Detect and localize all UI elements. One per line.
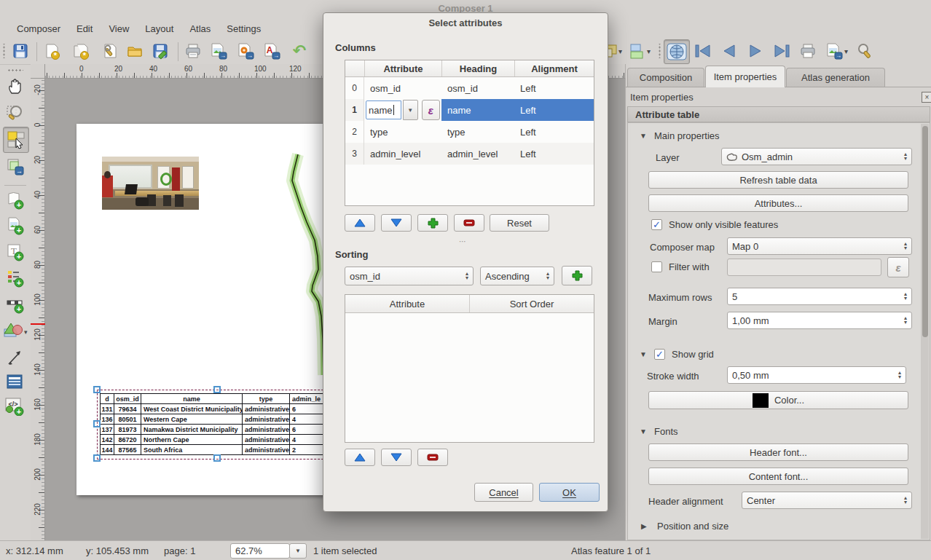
save-as-template-button[interactable] bbox=[149, 40, 171, 62]
atlas-toolbar-grip[interactable] bbox=[658, 44, 661, 58]
add-new-map-button[interactable]: + bbox=[4, 189, 26, 211]
sort-add-button[interactable] bbox=[562, 266, 592, 285]
new-composition-button[interactable]: * bbox=[41, 40, 63, 62]
atlas-previous-feature-button[interactable] bbox=[718, 40, 740, 62]
sort-order-combobox[interactable]: Ascending ▴▾ bbox=[480, 267, 554, 285]
print-atlas-button[interactable] bbox=[797, 40, 819, 62]
menu-atlas[interactable]: Atlas bbox=[181, 23, 219, 34]
selection-handle[interactable] bbox=[93, 386, 101, 393]
composer-map-combobox[interactable]: Map 0 ▴▾ bbox=[727, 237, 912, 255]
export-svg-button[interactable]: → bbox=[235, 40, 256, 62]
export-pdf-button[interactable]: A → bbox=[261, 40, 283, 62]
menu-edit[interactable]: Edit bbox=[68, 23, 101, 34]
composer-manager-button[interactable] bbox=[99, 40, 121, 62]
column-move-up-button[interactable] bbox=[345, 214, 375, 232]
fonts-expander[interactable]: ▼ bbox=[640, 427, 647, 435]
attribute-cell-editor[interactable]: name▼ε bbox=[364, 99, 441, 121]
attribute-edit-input[interactable]: name bbox=[366, 100, 401, 119]
add-label-button[interactable]: T + bbox=[4, 241, 26, 263]
main-properties-expander[interactable]: ▼ bbox=[640, 132, 647, 140]
panel-tab-composition[interactable]: Composition bbox=[627, 68, 704, 87]
align-items-dropdown[interactable]: ▾ bbox=[647, 47, 651, 55]
selection-handle[interactable] bbox=[213, 386, 221, 393]
show-only-visible-checkbox[interactable]: ✓ bbox=[651, 219, 662, 230]
toolbar-grip[interactable] bbox=[2, 44, 6, 58]
show-grid-expander[interactable]: ▼ bbox=[640, 350, 647, 358]
print-button[interactable] bbox=[182, 40, 204, 62]
filter-with-checkbox[interactable] bbox=[651, 261, 662, 272]
attribute-expression-button[interactable]: ε bbox=[422, 100, 440, 120]
left-toolbar-grip[interactable] bbox=[7, 68, 23, 72]
menu-composer[interactable]: Composer bbox=[9, 23, 68, 34]
panel-tab-item-properties[interactable]: Item properties bbox=[705, 66, 785, 87]
header-font-button[interactable]: Header font... bbox=[648, 443, 908, 461]
export-atlas-button[interactable]: → bbox=[823, 40, 845, 62]
select-move-item-tool-button[interactable] bbox=[3, 127, 29, 153]
undo-button[interactable]: ↶ bbox=[288, 40, 310, 62]
column-remove-button[interactable] bbox=[454, 214, 484, 232]
open-template-button[interactable] bbox=[124, 40, 146, 62]
grid-color-button[interactable]: Color... bbox=[648, 391, 908, 409]
show-grid-checkbox[interactable]: ✓ bbox=[654, 349, 665, 360]
panel-scrollbar[interactable] bbox=[921, 124, 929, 539]
raise-items-dropdown[interactable]: ▾ bbox=[618, 47, 622, 55]
panel-close-button[interactable]: × bbox=[922, 92, 931, 103]
export-image-button[interactable]: → bbox=[208, 40, 229, 62]
selection-handle[interactable] bbox=[213, 454, 221, 462]
content-font-button[interactable]: Content font... bbox=[648, 468, 908, 485]
add-image-button[interactable]: + bbox=[4, 215, 26, 237]
columns-table-row[interactable]: 1name▼εnameLeft bbox=[345, 99, 594, 121]
position-size-expander[interactable]: ▶ bbox=[641, 522, 647, 530]
ok-button[interactable]: OK bbox=[539, 483, 600, 502]
export-atlas-dropdown[interactable]: ▾ bbox=[844, 47, 848, 55]
align-items-button[interactable] bbox=[628, 40, 645, 62]
column-add-button[interactable] bbox=[417, 214, 448, 232]
maximum-rows-spinbox[interactable]: 5 ▴▾ bbox=[727, 288, 912, 305]
add-shape-button[interactable]: ▾ bbox=[1, 320, 29, 342]
cancel-button[interactable]: Cancel bbox=[474, 483, 533, 502]
atlas-next-feature-button[interactable] bbox=[745, 40, 766, 62]
columns-reset-button[interactable]: Reset bbox=[490, 214, 549, 232]
menu-layout[interactable]: Layout bbox=[137, 23, 181, 34]
refresh-table-data-button[interactable]: Refresh table data bbox=[648, 171, 908, 189]
margin-spinbox[interactable]: 1,00 mm ▴▾ bbox=[727, 312, 912, 329]
layer-combobox[interactable]: Osm_admin ▴▾ bbox=[721, 148, 912, 165]
atlas-settings-button[interactable] bbox=[854, 40, 876, 62]
selection-handle[interactable] bbox=[93, 454, 101, 462]
zoom-tool-button[interactable] bbox=[4, 102, 26, 124]
panel-tab-atlas-generation[interactable]: Atlas generation bbox=[786, 68, 885, 87]
duplicate-composition-button[interactable]: * bbox=[70, 40, 92, 62]
composer-table[interactable]: dosm_idnametypeadmin_le13179634West Coas… bbox=[100, 393, 334, 455]
atlas-last-feature-button[interactable] bbox=[771, 40, 793, 62]
menu-settings[interactable]: Settings bbox=[219, 23, 269, 34]
column-move-down-button[interactable] bbox=[381, 214, 412, 232]
menu-view[interactable]: View bbox=[101, 23, 137, 34]
columns-table-row[interactable]: 0osm_idosm_idLeft bbox=[345, 77, 594, 99]
pan-tool-button[interactable] bbox=[4, 76, 26, 98]
panel-scrollbar-thumb[interactable] bbox=[922, 126, 928, 337]
save-project-button[interactable] bbox=[9, 40, 31, 62]
columns-table-header[interactable]: Attribute Heading Alignment bbox=[345, 60, 594, 77]
columns-table-row[interactable]: 2typetypeLeft bbox=[345, 121, 594, 143]
filter-expression-button[interactable]: ε bbox=[887, 257, 909, 277]
picture-item[interactable] bbox=[102, 157, 199, 210]
dialog-splitter-handle[interactable]: ⋯ bbox=[459, 237, 467, 245]
atlas-preview-toggle[interactable] bbox=[664, 39, 690, 64]
sort-remove-button[interactable] bbox=[417, 449, 448, 466]
zoom-level-dropdown-button[interactable]: ▼ bbox=[289, 543, 307, 559]
add-attribute-table-button[interactable] bbox=[4, 371, 26, 393]
add-scalebar-button[interactable]: + bbox=[4, 293, 26, 315]
stroke-width-spinbox[interactable]: 0,50 mm ▴▾ bbox=[727, 366, 906, 384]
attribute-combo-arrow-button[interactable]: ▼ bbox=[403, 100, 418, 120]
add-html-frame-button[interactable]: </> + bbox=[4, 395, 25, 417]
sort-attribute-combobox[interactable]: osm_id ▴▾ bbox=[345, 267, 474, 285]
sort-move-down-button[interactable] bbox=[381, 449, 412, 466]
add-legend-button[interactable]: + bbox=[4, 267, 26, 289]
filter-expression-input[interactable] bbox=[727, 259, 881, 276]
columns-table-row[interactable]: 3admin_leveladmin_levelLeft bbox=[345, 143, 594, 165]
header-alignment-combobox[interactable]: Center ▴▾ bbox=[742, 492, 912, 509]
selection-handle[interactable] bbox=[93, 420, 101, 427]
add-arrow-button[interactable] bbox=[4, 347, 26, 368]
move-item-content-tool-button[interactable]: → bbox=[4, 156, 26, 178]
atlas-first-feature-button[interactable] bbox=[692, 40, 714, 62]
